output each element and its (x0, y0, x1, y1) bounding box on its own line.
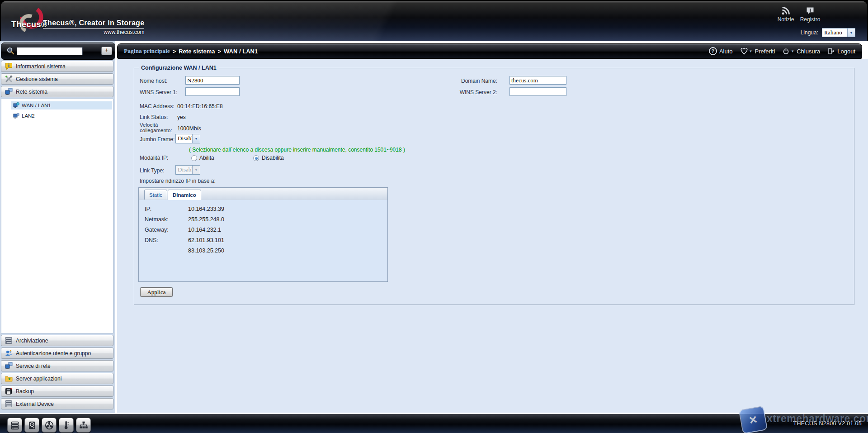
wins-server2-input[interactable] (509, 87, 566, 96)
app-header: Thecus® Thecus®, Creator in Storage www.… (0, 0, 868, 41)
tab-static[interactable]: Static (144, 190, 167, 200)
sidebar-item-service-di-rete[interactable]: Service di rete (1, 360, 113, 371)
link-speed-label: Velocità collegamento: (140, 123, 179, 133)
chevron-down-icon[interactable]: ▼ (847, 29, 855, 37)
register-button[interactable]: Registro (799, 6, 821, 23)
shutdown-button[interactable]: ▼ Chiusura (783, 48, 820, 55)
status-bar: THECUS N2800 V2.01.05 (0, 413, 868, 433)
sidebar-item-label: Rete sistema (16, 89, 47, 95)
breadcrumb-separator: > (173, 48, 176, 55)
sidebar-search-input[interactable] (17, 47, 83, 55)
sidebar-item-informazioni-sistema[interactable]: Informazioni sistema (1, 61, 113, 72)
sidebar-item-label: External Device (16, 401, 54, 407)
link-type-select-value: Disable (176, 166, 192, 174)
jumbo-frame-select-value: Disable (176, 134, 192, 143)
power-icon (783, 48, 789, 55)
disk-status-button[interactable] (24, 418, 39, 433)
temperature-status-button[interactable] (59, 418, 74, 433)
brand-tagline: Thecus®, Creator in Storage (43, 19, 144, 27)
netmask-value: 255.255.248.0 (188, 216, 224, 223)
favorites-button[interactable]: ▼ Preferiti (741, 48, 775, 55)
link-status-value: yes (177, 114, 186, 120)
brand-tagline-block: Thecus®, Creator in Storage www.thecus.c… (43, 19, 144, 29)
external-device-icon (5, 400, 13, 408)
sidebar-item-backup[interactable]: Backup (1, 385, 113, 397)
sidebar-item-gestione-sistema[interactable]: Gestione sistema (1, 73, 113, 85)
tree-item-lan2[interactable]: LAN2 (11, 112, 112, 120)
domain-name-label: Domain Name: (389, 78, 497, 84)
sidebar-item-rete-sistema[interactable]: Rete sistema (1, 86, 113, 97)
quick-nav: Aiuto ▼ Preferiti ▼ Chiusura Logout (709, 44, 855, 58)
wan-port-icon (13, 102, 19, 109)
sidebar-item-label: Service di rete (16, 363, 51, 369)
ip-mode-disabilita-radio[interactable] (253, 155, 259, 161)
ip-value: 10.164.233.39 (188, 206, 224, 212)
breadcrumb-separator: > (217, 48, 221, 55)
tab-dinamico[interactable]: Dinamico (168, 190, 201, 200)
tree-item-label: LAN2 (22, 113, 35, 119)
nome-host-input[interactable] (185, 76, 240, 85)
ip-mode-abilita-label: Abilita (199, 155, 214, 161)
dns-value: 62.101.93.101 (188, 237, 224, 243)
link-type-label: Link Type: (140, 167, 164, 174)
apply-button[interactable]: Applica (140, 287, 173, 297)
help-icon (709, 47, 717, 55)
fan-status-button[interactable] (42, 418, 57, 433)
jumbo-frame-select[interactable]: Disable ▼ (175, 134, 200, 143)
search-expand-button[interactable]: + (101, 47, 112, 55)
hdd-icon (28, 421, 37, 430)
wins-server1-input[interactable] (185, 87, 240, 96)
shutdown-label: Chiusura (797, 48, 820, 55)
breadcrumb-current: WAN / LAN1 (224, 48, 258, 55)
app-folder-icon (5, 375, 13, 382)
tools-icon (5, 75, 13, 83)
network-tree-icon (79, 421, 88, 430)
brand-website: www.thecus.com (104, 29, 144, 35)
tree-item-wan-lan1[interactable]: WAN / LAN1 (11, 101, 112, 109)
sidebar-item-label: Archiviazione (16, 338, 48, 344)
fan-icon (45, 421, 54, 430)
breadcrumb-home-link[interactable]: Pagina principale (124, 48, 170, 55)
thecus-logo-swirl-icon (18, 4, 45, 35)
ip-tabs-header: Static Dinamico (139, 188, 387, 200)
search-icon (6, 47, 15, 55)
sidebar-item-archiviazione[interactable]: Archiviazione (1, 335, 113, 346)
news-button[interactable]: Notizie (775, 6, 797, 23)
breadcrumb: Pagina principale > Rete sistema > WAN /… (124, 48, 258, 55)
language-row: Lingua: Italiano ▼ (801, 28, 855, 37)
wins-server1-label: WINS Server 1: (140, 89, 177, 95)
backup-floppy-icon (5, 387, 13, 395)
lan-port-icon (13, 113, 19, 119)
chevron-down-icon[interactable]: ▼ (192, 134, 200, 143)
network-status-button[interactable] (76, 418, 91, 433)
sidebar-item-label: Gestione sistema (16, 76, 58, 82)
sidebar-item-server-applicazioni[interactable]: Server applicazioni (1, 373, 113, 384)
sidebar-item-external-device[interactable]: External Device (1, 398, 113, 409)
server-status-button[interactable] (7, 418, 22, 433)
chat-bubble-icon (806, 6, 815, 15)
rss-icon (781, 6, 790, 15)
dns-label: DNS: (145, 237, 158, 243)
sidebar-item-label: Informazioni sistema (16, 63, 66, 70)
sidebar-item-label: Backup (16, 388, 34, 395)
ip-mode-abilita-radio[interactable] (191, 155, 197, 161)
help-button[interactable]: Aiuto (709, 47, 733, 55)
server-icon (10, 421, 19, 430)
domain-name-input[interactable] (509, 76, 566, 85)
wins-server2-label: WINS Server 2: (389, 89, 497, 95)
breadcrumb-section: Rete sistema (179, 48, 215, 55)
sidebar-item-autenticazione[interactable]: Autenticazione utente e gruppo (1, 347, 113, 359)
ip-mode-label: Modalità IP: (140, 155, 168, 161)
help-label: Aiuto (719, 48, 733, 55)
mac-address-value: 00:14:FD:16:65:E8 (177, 103, 223, 109)
language-select[interactable]: Italiano ▼ (822, 28, 855, 37)
link-status-label: Link Status: (140, 114, 168, 120)
ip-label: IP: (145, 206, 151, 212)
register-label: Registro (800, 16, 821, 23)
gateway-label: Gateway: (145, 227, 169, 233)
ip-tabs-panel: Static Dinamico IP: 10.164.233.39 Netmas… (138, 187, 388, 282)
jumbo-frame-note: ( Selezionare dall`elenco a discesa oppu… (189, 147, 405, 153)
ip-setting-label: Impostare ndirizzo IP in base a: (140, 178, 216, 184)
firmware-version: THECUS N2800 V2.01.05 (793, 420, 862, 427)
logout-button[interactable]: Logout (828, 48, 855, 55)
